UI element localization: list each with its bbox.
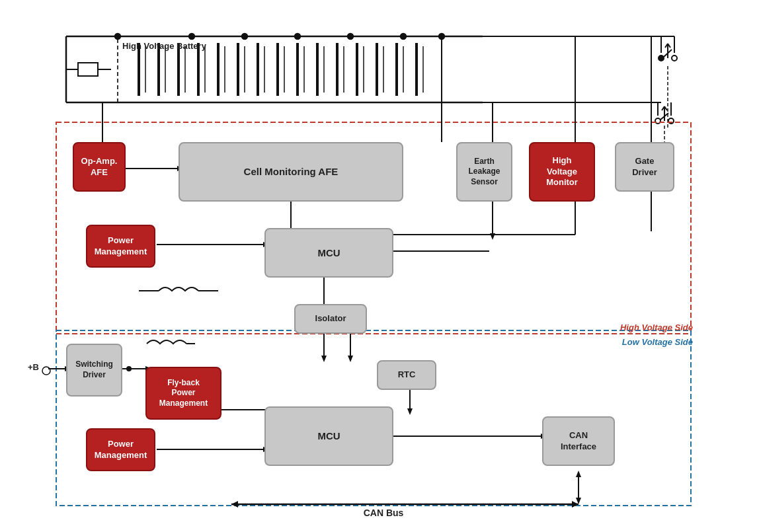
plus-b-label: +B — [28, 362, 39, 372]
svg-point-98 — [126, 366, 132, 371]
mcu-lv-block: MCU — [264, 406, 393, 466]
svg-marker-108 — [576, 471, 581, 477]
switching-driver-block: Switching Driver — [66, 344, 122, 397]
mcu-hv-block: MCU — [264, 228, 393, 278]
svg-point-34 — [115, 34, 120, 39]
flyback-power-mgmt-block: Fly-back Power Management — [145, 367, 221, 420]
svg-marker-91 — [407, 408, 413, 415]
isolator-block: Isolator — [294, 304, 367, 334]
svg-point-37 — [295, 34, 300, 39]
hv-monitor-block: High Voltage Monitor — [529, 142, 595, 202]
svg-marker-110 — [231, 501, 238, 508]
power-mgmt-hv-block: Power Management — [86, 225, 155, 268]
rtc-block: RTC — [377, 360, 436, 390]
svg-point-48 — [672, 56, 677, 61]
svg-point-47 — [659, 56, 664, 61]
op-amp-afe-block: Op-Amp. AFE — [73, 142, 126, 192]
svg-marker-111 — [572, 501, 579, 508]
lv-side-label: Low Voltage Side — [622, 337, 693, 347]
svg-marker-85 — [321, 356, 327, 362]
svg-marker-88 — [348, 356, 353, 362]
svg-marker-107 — [576, 498, 581, 504]
can-interface-block: CAN Interface — [542, 416, 615, 466]
svg-rect-42 — [78, 63, 98, 76]
block-diagram: High Voltage Battery Op-Amp. AFE Cell Mo… — [0, 0, 759, 532]
earth-leakage-sensor-block: Earth Leakage Sensor — [456, 142, 512, 202]
power-mgmt-lv-block: Power Management — [86, 428, 155, 471]
can-bus-label: CAN Bus — [317, 508, 450, 518]
svg-point-38 — [348, 34, 353, 39]
svg-point-39 — [401, 34, 406, 39]
hv-side-label: High Voltage Side — [620, 323, 693, 332]
gate-driver-block: Gate Driver — [615, 142, 674, 192]
hv-battery-label: High Voltage Battery — [119, 38, 251, 55]
cell-monitoring-afe-block: Cell Monitoring AFE — [179, 142, 403, 202]
svg-point-118 — [42, 367, 50, 375]
